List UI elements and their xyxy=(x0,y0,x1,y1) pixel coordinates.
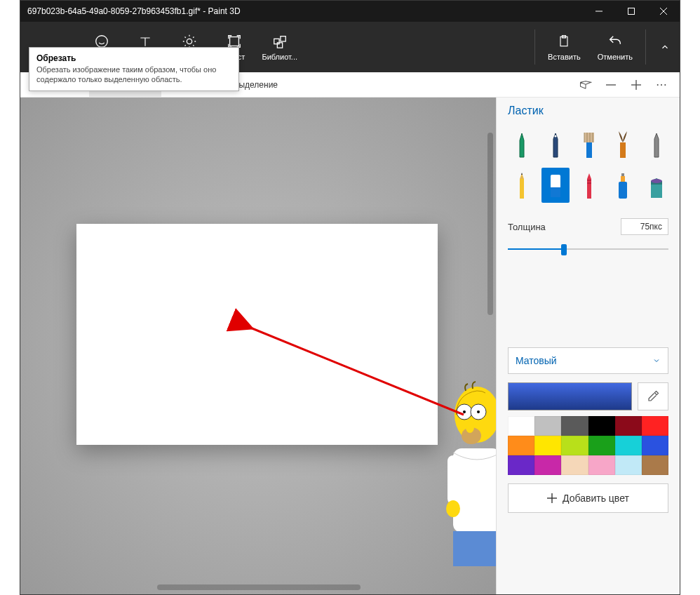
svg-rect-31 xyxy=(620,142,626,158)
svg-point-4 xyxy=(96,35,108,47)
svg-rect-27 xyxy=(453,531,496,566)
side-panel: Ластик Толщина 75пкс Мат xyxy=(496,98,680,594)
tooltip-title: Обрезать xyxy=(36,53,231,63)
canvas-content-figure xyxy=(443,378,496,575)
current-color-preview[interactable] xyxy=(508,382,632,410)
svg-rect-33 xyxy=(551,187,560,197)
ribbon-undo[interactable]: Отменить xyxy=(589,22,641,72)
brush-tool-grid xyxy=(508,127,668,203)
color-swatch[interactable] xyxy=(588,455,615,475)
view-3d-toggle[interactable] xyxy=(573,72,598,98)
paste-icon xyxy=(556,34,572,49)
crop-tooltip: Обрезать Обрезать изображение таким обра… xyxy=(29,47,239,91)
library-icon xyxy=(272,34,288,49)
color-swatch[interactable] xyxy=(534,436,561,455)
thickness-label: Толщина xyxy=(508,222,546,232)
svg-rect-6 xyxy=(230,36,239,46)
svg-rect-32 xyxy=(551,175,560,189)
window-title: 697b023b-64a5-49a0-8059-27b963453fb1.gif… xyxy=(20,6,241,16)
side-heading: Ластик xyxy=(508,105,668,117)
ribbon-collapse[interactable] xyxy=(650,22,680,72)
color-swatch[interactable] xyxy=(615,455,642,475)
eyedropper-button[interactable] xyxy=(638,382,668,410)
color-swatch[interactable] xyxy=(561,455,588,475)
color-swatch[interactable] xyxy=(615,416,642,436)
chevron-down-icon xyxy=(652,356,661,365)
color-swatch[interactable] xyxy=(534,416,561,436)
color-swatch[interactable] xyxy=(588,436,615,455)
eyedropper-icon xyxy=(647,390,659,403)
svg-point-26 xyxy=(446,500,460,517)
canvas-viewport[interactable] xyxy=(20,98,496,594)
svg-rect-36 xyxy=(621,173,624,176)
color-swatch[interactable] xyxy=(508,436,534,455)
svg-rect-30 xyxy=(586,142,592,158)
svg-point-29 xyxy=(555,135,557,138)
minimize-button[interactable] xyxy=(583,1,615,22)
color-swatch[interactable] xyxy=(642,455,668,475)
svg-point-37 xyxy=(651,179,662,183)
ribbon-paste[interactable]: Вставить xyxy=(539,22,589,72)
tool-calligraphy[interactable] xyxy=(541,127,570,162)
tool-eraser[interactable] xyxy=(541,168,570,203)
vertical-scrollbar[interactable] xyxy=(487,133,493,315)
horizontal-scrollbar[interactable] xyxy=(157,584,361,590)
tool-spray[interactable] xyxy=(609,168,637,203)
tooltip-body: Обрезать изображение таким образом, чтоб… xyxy=(36,65,231,85)
close-button[interactable] xyxy=(647,1,680,22)
ribbon-library[interactable]: Библиот... xyxy=(253,22,306,72)
color-swatch[interactable] xyxy=(534,455,561,475)
color-swatch[interactable] xyxy=(642,416,668,436)
color-swatch[interactable] xyxy=(508,416,534,436)
svg-point-23 xyxy=(466,422,474,433)
zoom-in-button[interactable] xyxy=(624,72,649,98)
tool-pencil[interactable] xyxy=(508,168,536,203)
maximize-button[interactable] xyxy=(615,1,647,22)
svg-point-20 xyxy=(463,410,466,413)
material-dropdown[interactable]: Матовый xyxy=(508,347,668,374)
tool-fill[interactable] xyxy=(642,168,671,203)
thickness-slider[interactable] xyxy=(508,242,668,256)
zoom-out-button[interactable] xyxy=(598,72,624,98)
color-palette xyxy=(508,416,668,475)
thickness-input[interactable]: 75пкс xyxy=(621,218,668,235)
svg-rect-7 xyxy=(274,39,278,44)
svg-rect-1 xyxy=(628,8,635,15)
svg-rect-9 xyxy=(277,42,282,47)
tool-crayon[interactable] xyxy=(575,168,603,203)
tool-watercolor[interactable] xyxy=(609,127,637,162)
svg-rect-34 xyxy=(619,182,627,199)
undo-icon xyxy=(607,34,623,49)
svg-rect-35 xyxy=(621,176,625,182)
color-swatch[interactable] xyxy=(615,436,642,455)
tool-oil-brush[interactable] xyxy=(575,127,603,162)
add-color-button[interactable]: Добавить цвет xyxy=(508,483,668,513)
svg-point-21 xyxy=(477,410,480,413)
more-button[interactable]: ⋯ xyxy=(649,72,674,98)
color-swatch[interactable] xyxy=(561,416,588,436)
svg-rect-8 xyxy=(281,36,285,41)
color-swatch[interactable] xyxy=(642,436,668,455)
svg-point-5 xyxy=(187,39,192,44)
color-swatch[interactable] xyxy=(561,436,588,455)
tool-pixel-pen[interactable] xyxy=(642,127,671,162)
svg-rect-25 xyxy=(447,455,460,504)
canvas-surface[interactable] xyxy=(76,224,438,445)
color-swatch[interactable] xyxy=(508,455,534,475)
tool-marker[interactable] xyxy=(508,127,536,162)
color-swatch[interactable] xyxy=(588,416,615,436)
